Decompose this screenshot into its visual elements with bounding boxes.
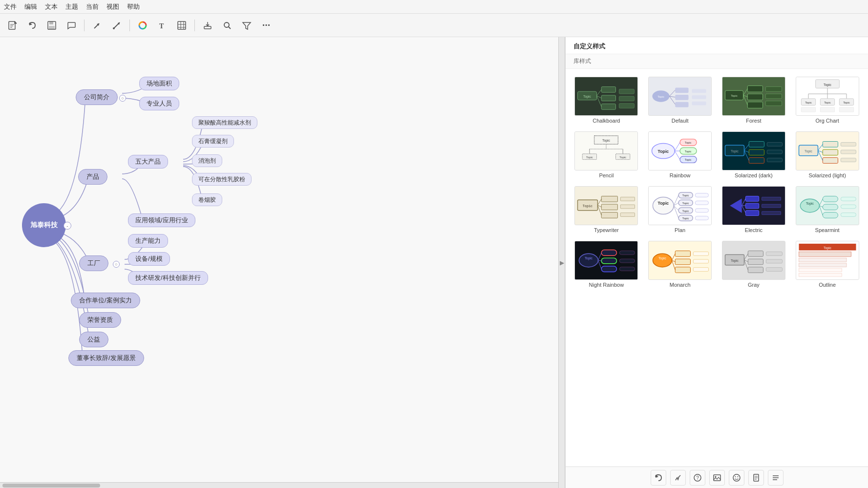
text-button[interactable]: T: [153, 17, 171, 34]
h-scrollbar-thumb[interactable]: [2, 484, 100, 488]
connector-button[interactable]: [108, 17, 126, 34]
node-jishu[interactable]: 技术研发/科技创新并行: [128, 271, 208, 285]
panel-image-btn[interactable]: [709, 470, 725, 486]
menu-help[interactable]: 帮助: [127, 2, 140, 11]
root-collapse[interactable]: -: [64, 222, 71, 230]
mindmap-canvas: 旭泰科技 - 公司简介 ○ 产品 工厂 ○ 合作单位/案例实力 荣誉资质 公益 …: [0, 37, 552, 482]
save-button[interactable]: [43, 17, 61, 34]
node-hezuo[interactable]: 合作单位/案例实力: [71, 293, 140, 308]
panel-help-btn[interactable]: ?: [690, 470, 705, 486]
toolbar: T ···: [0, 14, 868, 37]
node-juyan[interactable]: 卷烟胶: [192, 193, 222, 206]
menu-file[interactable]: 文件: [4, 2, 17, 11]
style-forest[interactable]: Topic Forest: [717, 73, 791, 127]
menu-current[interactable]: 当前: [86, 2, 99, 11]
svg-rect-113: [841, 142, 856, 146]
node-wuda[interactable]: 五大产品: [128, 155, 168, 169]
style-pencil[interactable]: Topic Topic Topic Pencil: [570, 127, 643, 182]
node-dongshi[interactable]: 董事长致辞/发展愿景: [68, 350, 144, 366]
menu-text[interactable]: 文本: [45, 2, 58, 11]
search-button[interactable]: [218, 17, 236, 34]
svg-text:Topic: Topic: [824, 246, 831, 250]
svg-rect-216: [799, 273, 842, 276]
svg-rect-188: [675, 251, 690, 257]
style-rainbow[interactable]: Topic Topic Topic Topic Rainbow: [643, 127, 717, 182]
more-button[interactable]: ···: [257, 17, 275, 34]
style-default[interactable]: Topic Default: [643, 73, 717, 127]
thumb-gray: Topic: [722, 241, 785, 280]
svg-point-186: [653, 254, 672, 267]
svg-rect-125: [621, 197, 635, 201]
table-button[interactable]: [173, 17, 191, 34]
svg-rect-50: [765, 94, 782, 99]
color-button[interactable]: [134, 17, 151, 34]
panel-collapse-btn[interactable]: ▶: [558, 37, 565, 488]
menu-view[interactable]: 视图: [106, 2, 119, 11]
node-gongchang[interactable]: 工厂: [79, 255, 108, 271]
svg-rect-99: [749, 149, 764, 155]
node-shebei[interactable]: 设备/规模: [128, 252, 170, 266]
panel-emoji-btn[interactable]: [729, 470, 744, 486]
svg-point-218: [677, 477, 679, 479]
panel-list-btn[interactable]: [768, 470, 783, 486]
new-draw-button[interactable]: [4, 17, 21, 34]
svg-rect-164: [823, 196, 838, 202]
filter-button[interactable]: [238, 17, 255, 34]
comment-button[interactable]: [63, 17, 80, 34]
svg-rect-110: [823, 142, 838, 148]
right-panel: 自定义样式 库样式 Topic: [565, 37, 868, 488]
menu-edit[interactable]: 编辑: [24, 2, 37, 11]
node-gongsi[interactable]: 公司简介: [76, 89, 118, 105]
node-changdi[interactable]: 场地面积: [139, 77, 179, 90]
node-xiaopao[interactable]: 消泡剂: [192, 154, 222, 167]
style-gray[interactable]: Topic Gray: [717, 237, 791, 292]
style-typewriter[interactable]: Topic Typewriter: [570, 182, 643, 237]
style-plan-label: Plan: [675, 227, 685, 233]
gongsi-collapse[interactable]: ○: [119, 95, 126, 102]
svg-text:Topic: Topic: [620, 156, 627, 159]
panel-cursor-btn[interactable]: [670, 470, 686, 486]
svg-rect-48: [747, 102, 762, 108]
panel-title: 自定义样式: [566, 37, 868, 54]
style-chalkboard[interactable]: Topic Chalkboard: [570, 73, 643, 127]
style-electric[interactable]: Electric: [717, 182, 791, 237]
node-kefen[interactable]: 可在分散性乳胶粉: [192, 173, 252, 186]
panel-attach-btn[interactable]: [748, 470, 764, 486]
gongchang-collapse[interactable]: ○: [113, 261, 120, 268]
style-nightrainbow[interactable]: Topic Night Rainbow: [570, 237, 643, 292]
svg-point-174: [579, 254, 598, 267]
svg-rect-102: [767, 150, 782, 154]
style-solarized-light-label: Solarized (light): [808, 172, 846, 178]
node-gongyi[interactable]: 公益: [79, 332, 108, 347]
style-outline[interactable]: Topic Outline: [790, 237, 864, 292]
menu-theme[interactable]: 主题: [65, 2, 78, 11]
style-plan[interactable]: Topic Topic Topic Topic Topic: [643, 182, 717, 237]
svg-rect-35: [675, 95, 688, 100]
node-jvsuang[interactable]: 聚羧酸高性能减水剂: [192, 116, 257, 129]
node-yingyong[interactable]: 应用领域/应用行业: [128, 213, 195, 227]
svg-text:T: T: [159, 22, 164, 30]
svg-rect-204: [766, 259, 782, 263]
style-solarized-dark[interactable]: Topic Solarized (dark): [717, 127, 791, 182]
h-scrollbar[interactable]: [0, 482, 558, 488]
node-zhuanye[interactable]: 专业人员: [139, 97, 179, 110]
style-solarized-light[interactable]: Topic Solarized (light): [790, 127, 864, 182]
svg-rect-192: [693, 259, 708, 263]
style-orgchart[interactable]: Topic Topic Topic Topic: [790, 73, 864, 127]
style-orgchart-label: Org Chart: [815, 118, 839, 124]
svg-text:Topic: Topic: [658, 256, 666, 260]
export-button[interactable]: [199, 17, 216, 34]
style-spearmint[interactable]: Topic Spearmint: [790, 182, 864, 237]
node-shengchan[interactable]: 生产能力: [128, 234, 168, 248]
node-chanpin[interactable]: 产品: [78, 169, 107, 185]
canvas-area[interactable]: 旭泰科技 - 公司简介 ○ 产品 工厂 ○ 合作单位/案例实力 荣誉资质 公益 …: [0, 37, 558, 488]
panel-undo-btn[interactable]: [651, 470, 666, 486]
svg-rect-214: [799, 263, 847, 267]
root-node[interactable]: 旭泰科技: [22, 203, 66, 247]
svg-rect-156: [762, 204, 781, 208]
undo-button[interactable]: [23, 17, 41, 34]
node-shigao[interactable]: 石膏缓凝剂: [192, 135, 234, 148]
style-monarch[interactable]: Topic Monarch: [643, 237, 717, 292]
node-rongyu[interactable]: 荣誉资质: [79, 312, 121, 328]
arrow-tool-button[interactable]: [88, 17, 106, 34]
